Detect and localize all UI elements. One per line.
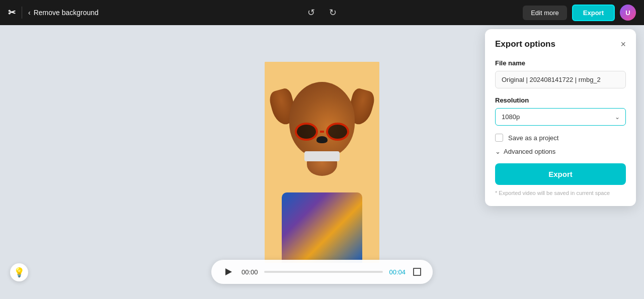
dog-outfit <box>282 192 362 263</box>
main-content: 00:00 00:04 💡 Export options × File name <box>0 25 644 299</box>
save-project-row[interactable]: Save as a project <box>495 134 626 142</box>
glass-lens-right <box>326 123 349 141</box>
topbar: ✂ ‹ Remove background ↺ ↻ Edit more Expo… <box>0 0 644 25</box>
panel-close-button[interactable]: × <box>620 40 626 49</box>
export-top-button[interactable]: Export <box>572 5 615 21</box>
export-main-button[interactable]: Export <box>495 163 626 185</box>
resolution-group: Resolution 480p 720p 1080p 2K 4K ⌄ <box>495 96 626 126</box>
file-name-label: File name <box>495 59 626 67</box>
time-total: 00:04 <box>389 268 406 276</box>
export-panel: Export options × File name Resolution 48… <box>485 29 636 206</box>
save-project-label: Save as a project <box>508 134 558 142</box>
redo-button[interactable]: ↻ <box>327 5 339 20</box>
progress-bar[interactable] <box>264 271 383 273</box>
play-button[interactable] <box>221 265 235 279</box>
dog-nose <box>316 136 328 143</box>
panel-title: Export options <box>495 39 555 49</box>
app-logo[interactable]: ✂ <box>8 7 16 18</box>
video-preview <box>265 62 379 263</box>
resolution-select[interactable]: 480p 720p 1080p 2K 4K <box>495 108 626 126</box>
topbar-right-controls: Edit more Export U <box>523 5 636 21</box>
avatar[interactable]: U <box>620 5 636 21</box>
file-name-group: File name <box>495 59 626 88</box>
topbar-divider <box>22 7 22 19</box>
fullscreen-button[interactable] <box>412 266 423 277</box>
edit-more-button[interactable]: Edit more <box>523 6 567 20</box>
dog-head <box>289 82 355 157</box>
resolution-label: Resolution <box>495 96 626 104</box>
dog-figure <box>265 62 379 263</box>
file-name-input[interactable] <box>495 71 626 88</box>
back-button[interactable]: ‹ Remove background <box>28 9 99 17</box>
redo-icon: ↻ <box>329 7 337 18</box>
player-bar: 00:00 00:04 <box>211 260 433 284</box>
side-hint: 💡 <box>10 263 28 281</box>
resolution-select-wrapper: 480p 720p 1080p 2K 4K ⌄ <box>495 108 626 126</box>
logo-icon: ✂ <box>8 7 16 18</box>
close-icon: × <box>620 40 626 49</box>
page-title: Remove background <box>34 9 99 17</box>
dog-collar <box>304 151 340 161</box>
advanced-options-label: Advanced options <box>504 148 555 155</box>
fullscreen-icon <box>413 268 421 276</box>
undo-icon: ↺ <box>307 7 315 18</box>
advanced-chevron-icon: ⌄ <box>495 148 501 155</box>
glass-bridge <box>320 131 324 133</box>
back-arrow-icon: ‹ <box>28 9 31 17</box>
save-project-checkbox[interactable] <box>495 134 503 142</box>
hint-button[interactable]: 💡 <box>10 263 28 281</box>
panel-header: Export options × <box>495 39 626 49</box>
export-note: * Exported video will be saved in curren… <box>495 190 626 196</box>
advanced-options-row[interactable]: ⌄ Advanced options <box>495 148 626 155</box>
play-icon <box>225 268 232 275</box>
glass-lens-left <box>295 123 318 141</box>
undo-button[interactable]: ↺ <box>305 5 317 20</box>
hint-icon: 💡 <box>14 267 25 278</box>
topbar-center-controls: ↺ ↻ <box>305 5 339 20</box>
time-current: 00:00 <box>242 268 258 276</box>
